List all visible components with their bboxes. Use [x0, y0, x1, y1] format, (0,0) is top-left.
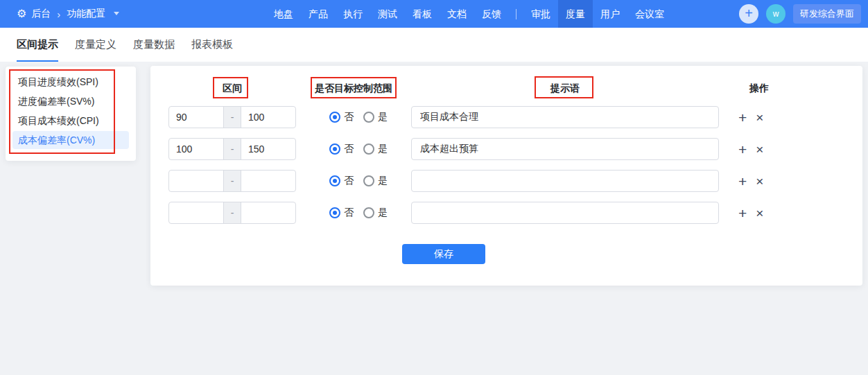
- range-separator: -: [223, 202, 241, 223]
- column-header-target: 是否目标控制范围: [311, 78, 397, 98]
- prompt-text-input[interactable]: [411, 202, 719, 224]
- radio-yes[interactable]: [363, 112, 374, 123]
- nav-item-chanpin[interactable]: 产品: [301, 0, 336, 28]
- range-input-group: -: [168, 106, 296, 128]
- row-actions: + ×: [738, 202, 763, 224]
- nav-item-fankui[interactable]: 反馈: [474, 0, 509, 28]
- range-input-group: -: [168, 202, 296, 224]
- column-header-range: 区间: [168, 78, 296, 98]
- breadcrumb-home[interactable]: 后台: [31, 8, 51, 20]
- radio-yes-label[interactable]: 是: [378, 175, 388, 187]
- nav-divider: [516, 9, 517, 19]
- tab-report-template[interactable]: 报表模板: [191, 28, 233, 62]
- delete-row-icon[interactable]: ×: [756, 111, 763, 124]
- tab-strip: 区间提示 度量定义 度量数据 报表模板: [0, 28, 868, 62]
- row-actions: + ×: [738, 138, 763, 160]
- radio-yes-label[interactable]: 是: [378, 143, 388, 155]
- radio-no-selected[interactable]: [329, 207, 340, 218]
- range-max-input[interactable]: [241, 171, 295, 191]
- radio-no-selected[interactable]: [329, 112, 340, 123]
- target-control-radio-group: 否 是: [329, 138, 388, 160]
- save-button[interactable]: 保存: [402, 244, 485, 264]
- top-navigation-bar: ⚙ 后台 › 功能配置 地盘 产品 执行 测试 看板 文档 反馈 审批 度量 用…: [0, 0, 868, 28]
- range-input-group: -: [168, 170, 296, 192]
- interval-row: - 否 是 + ×: [150, 106, 862, 128]
- nav-item-diqu[interactable]: 地盘: [266, 0, 301, 28]
- nav-item-kanban[interactable]: 看板: [405, 0, 440, 28]
- main-nav: 地盘 产品 执行 测试 看板 文档 反馈 审批 度量 用户 会议室: [266, 0, 672, 28]
- tab-interval-prompt[interactable]: 区间提示: [17, 28, 58, 62]
- page: ⚙ 后台 › 功能配置 地盘 产品 执行 测试 看板 文档 反馈 审批 度量 用…: [0, 0, 868, 375]
- radio-yes[interactable]: [363, 143, 374, 155]
- interval-config-panel: 区间 是否目标控制范围 提示语 操作 - 否 是 + ×: [150, 66, 862, 286]
- radio-no-label[interactable]: 否: [344, 111, 354, 123]
- breadcrumb: ⚙ 后台 › 功能配置: [0, 8, 119, 20]
- target-control-radio-group: 否 是: [329, 106, 388, 128]
- column-header-actions: 操作: [731, 78, 787, 98]
- range-min-input[interactable]: [169, 139, 223, 159]
- radio-yes[interactable]: [363, 175, 374, 186]
- row-actions: + ×: [738, 170, 763, 192]
- add-row-icon[interactable]: +: [738, 206, 747, 220]
- delete-row-icon[interactable]: ×: [756, 175, 763, 188]
- sidebar-item-sv[interactable]: 进度偏差率(SV%): [12, 92, 129, 110]
- radio-yes-label[interactable]: 是: [378, 111, 388, 123]
- nav-item-wendang[interactable]: 文档: [440, 0, 474, 28]
- delete-row-icon[interactable]: ×: [756, 207, 763, 220]
- prompt-text-input[interactable]: [411, 138, 719, 160]
- chevron-right-icon: ›: [57, 8, 60, 20]
- sidebar-item-cpi[interactable]: 项目成本绩效(CPI): [12, 112, 129, 130]
- range-separator: -: [223, 107, 241, 128]
- column-header-prompt: 提示语: [411, 78, 719, 98]
- nav-item-huiyishi[interactable]: 会议室: [627, 0, 672, 28]
- gear-icon[interactable]: ⚙: [17, 8, 26, 19]
- nav-item-ceshi[interactable]: 测试: [370, 0, 405, 28]
- radio-no-label[interactable]: 否: [344, 207, 354, 219]
- nav-item-yonghu[interactable]: 用户: [593, 0, 627, 28]
- range-min-input[interactable]: [169, 107, 223, 128]
- metric-sidebar: 项目进度绩效(SPI) 进度偏差率(SV%) 项目成本绩效(CPI) 成本偏差率…: [6, 67, 136, 161]
- dropdown-caret-icon[interactable]: [114, 12, 119, 15]
- add-row-icon[interactable]: +: [738, 110, 747, 125]
- nav-item-duliang-active[interactable]: 度量: [558, 0, 593, 28]
- radio-no-selected[interactable]: [329, 143, 340, 155]
- topbar-right-cluster: + w 研发综合界面: [739, 0, 861, 28]
- sidebar-item-cv-selected[interactable]: 成本偏差率(CV%): [12, 131, 129, 149]
- radio-no-label[interactable]: 否: [344, 143, 354, 155]
- range-max-input[interactable]: [241, 107, 295, 128]
- user-avatar[interactable]: w: [766, 4, 785, 24]
- nav-item-shenpi[interactable]: 审批: [523, 0, 558, 28]
- nav-item-zhixing[interactable]: 执行: [336, 0, 370, 28]
- radio-yes-label[interactable]: 是: [378, 207, 388, 219]
- range-max-input[interactable]: [241, 139, 295, 159]
- add-row-icon[interactable]: +: [738, 174, 747, 189]
- interval-row: - 否 是 + ×: [150, 170, 862, 192]
- interval-row: - 否 是 + ×: [150, 138, 862, 160]
- range-max-input[interactable]: [241, 202, 295, 223]
- tab-metric-definition[interactable]: 度量定义: [75, 28, 116, 62]
- add-row-icon[interactable]: +: [738, 142, 747, 157]
- sidebar-item-spi[interactable]: 项目进度绩效(SPI): [12, 73, 129, 91]
- radio-no-label[interactable]: 否: [344, 175, 354, 187]
- radio-yes[interactable]: [363, 207, 374, 218]
- range-separator: -: [223, 171, 241, 191]
- range-separator: -: [223, 139, 241, 159]
- range-min-input[interactable]: [169, 202, 223, 223]
- add-button[interactable]: +: [739, 4, 758, 24]
- range-min-input[interactable]: [169, 171, 223, 191]
- prompt-text-input[interactable]: [411, 106, 719, 128]
- range-input-group: -: [168, 138, 296, 160]
- tab-metric-data[interactable]: 度量数据: [133, 28, 175, 62]
- target-control-radio-group: 否 是: [329, 170, 388, 192]
- target-control-radio-group: 否 是: [329, 202, 388, 224]
- interval-row: - 否 是 + ×: [150, 202, 862, 224]
- prompt-text-input[interactable]: [411, 170, 719, 192]
- radio-no-selected[interactable]: [329, 175, 340, 186]
- workspace-switch-button[interactable]: 研发综合界面: [793, 4, 861, 24]
- row-actions: + ×: [738, 106, 763, 128]
- breadcrumb-module[interactable]: 功能配置: [67, 8, 105, 20]
- delete-row-icon[interactable]: ×: [756, 143, 763, 156]
